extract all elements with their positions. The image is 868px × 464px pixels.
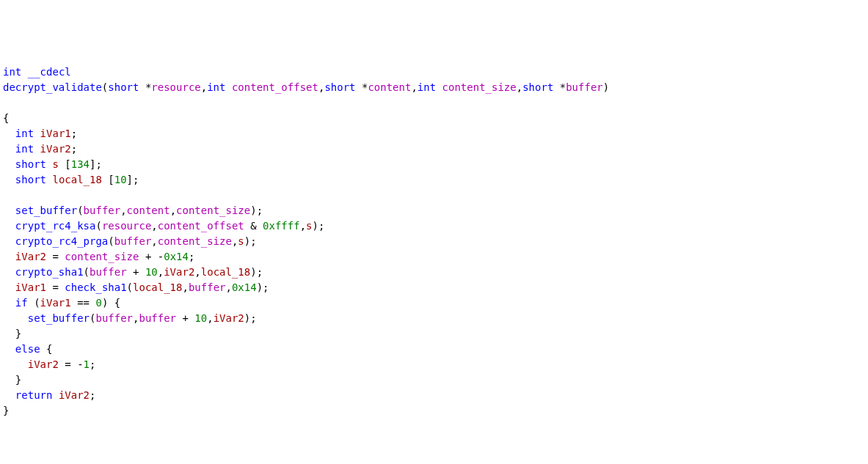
punct: ); — [244, 235, 257, 247]
punct — [436, 81, 442, 93]
punct: ; — [90, 358, 95, 370]
pad — [3, 281, 15, 293]
keyword-cdecl: __cdecl — [28, 66, 71, 78]
func-call[interactable]: crypto_sha1 — [15, 266, 84, 278]
punct: [ — [59, 158, 71, 170]
punct: , — [207, 312, 213, 324]
literal: 0xffff — [263, 220, 300, 232]
var[interactable]: iVar1 — [40, 297, 71, 309]
decompiler-code-view[interactable]: int __cdecl decrypt_validate(short *reso… — [3, 65, 865, 419]
func-call[interactable]: set_buffer — [28, 312, 90, 324]
arg[interactable]: s — [238, 235, 244, 247]
arg[interactable]: buffer — [139, 312, 176, 324]
param[interactable]: buffer — [566, 81, 603, 93]
operator: & — [244, 220, 263, 232]
param[interactable]: resource — [151, 81, 200, 93]
pad — [3, 266, 15, 278]
var[interactable]: iVar1 — [40, 128, 71, 139]
var[interactable]: iVar2 — [59, 389, 90, 401]
punct: ( — [84, 266, 90, 278]
neg: - — [158, 251, 164, 262]
pad — [3, 389, 15, 401]
arg[interactable]: content_size — [176, 205, 250, 216]
type: int — [15, 143, 34, 155]
arg[interactable]: iVar2 — [164, 266, 194, 278]
literal: 1 — [84, 358, 90, 370]
pad — [3, 235, 15, 247]
punct — [225, 81, 231, 93]
punct: , — [194, 266, 200, 278]
operator: + — [139, 251, 157, 262]
arg[interactable]: content_size — [65, 251, 139, 262]
var[interactable]: iVar2 — [28, 358, 59, 370]
var[interactable]: s — [52, 158, 58, 170]
punct: * — [139, 81, 151, 93]
func-call[interactable]: set_buffer — [15, 205, 77, 216]
literal: 10 — [194, 312, 207, 324]
punct: ]; — [127, 174, 139, 185]
punct: ); — [250, 205, 263, 216]
punct: ) — [603, 81, 609, 93]
brace: { — [40, 343, 53, 355]
punct: , — [411, 81, 417, 93]
type: int — [417, 81, 436, 93]
operator: + — [127, 266, 145, 278]
param[interactable]: content — [368, 81, 411, 93]
func-call[interactable]: crypt_rc4_ksa — [15, 220, 96, 232]
arg[interactable]: content — [127, 205, 170, 216]
literal: 134 — [71, 158, 90, 170]
punct: ) { — [102, 297, 120, 309]
keyword-if: if — [15, 297, 28, 309]
punct: [ — [102, 174, 114, 185]
keyword-else: else — [15, 343, 40, 355]
param[interactable]: content_size — [442, 81, 517, 93]
arg[interactable]: buffer — [95, 312, 133, 324]
arg[interactable]: buffer — [189, 281, 226, 293]
arg[interactable]: content_offset — [158, 220, 244, 232]
arg[interactable]: content_size — [158, 235, 232, 247]
arg[interactable]: buffer — [114, 235, 152, 247]
punct: ( — [28, 297, 40, 309]
operator: = — [46, 251, 65, 262]
pad — [3, 174, 15, 185]
type: short — [15, 158, 46, 170]
pad — [3, 158, 15, 170]
pad — [3, 251, 15, 262]
pad — [3, 312, 28, 324]
literal: 0x14 — [164, 251, 189, 262]
var[interactable]: local_18 — [52, 174, 101, 185]
func-call[interactable]: crypto_rc4_prga — [15, 235, 108, 247]
pad — [3, 143, 15, 155]
sp — [52, 389, 58, 401]
arg[interactable]: s — [306, 220, 312, 232]
arg[interactable]: buffer — [90, 266, 127, 278]
pad — [3, 220, 15, 232]
type: short — [324, 81, 355, 93]
param[interactable]: content_offset — [232, 81, 318, 93]
literal: 10 — [114, 174, 127, 185]
punct: , — [151, 220, 157, 232]
punct: ; — [71, 143, 77, 155]
punct: , — [170, 205, 176, 216]
punct: ); — [250, 266, 263, 278]
type: short — [522, 81, 553, 93]
punct: ; — [189, 251, 194, 262]
var[interactable]: iVar2 — [40, 143, 71, 155]
var[interactable]: iVar2 — [15, 251, 46, 262]
function-name[interactable]: decrypt_validate — [3, 81, 102, 93]
arg[interactable]: resource — [102, 220, 151, 232]
punct: ); — [244, 312, 257, 324]
punct: ( — [95, 220, 101, 232]
punct: ]; — [90, 158, 102, 170]
arg[interactable]: iVar2 — [214, 312, 244, 324]
func-call[interactable]: check_sha1 — [65, 281, 126, 293]
arg[interactable]: buffer — [84, 205, 121, 216]
pad — [3, 343, 15, 355]
punct: , — [158, 266, 164, 278]
operator: == — [71, 297, 96, 309]
arg[interactable]: local_18 — [133, 281, 182, 293]
arg[interactable]: local_18 — [201, 266, 250, 278]
pad — [3, 128, 15, 139]
var[interactable]: iVar1 — [15, 281, 46, 293]
punct: , — [151, 235, 157, 247]
